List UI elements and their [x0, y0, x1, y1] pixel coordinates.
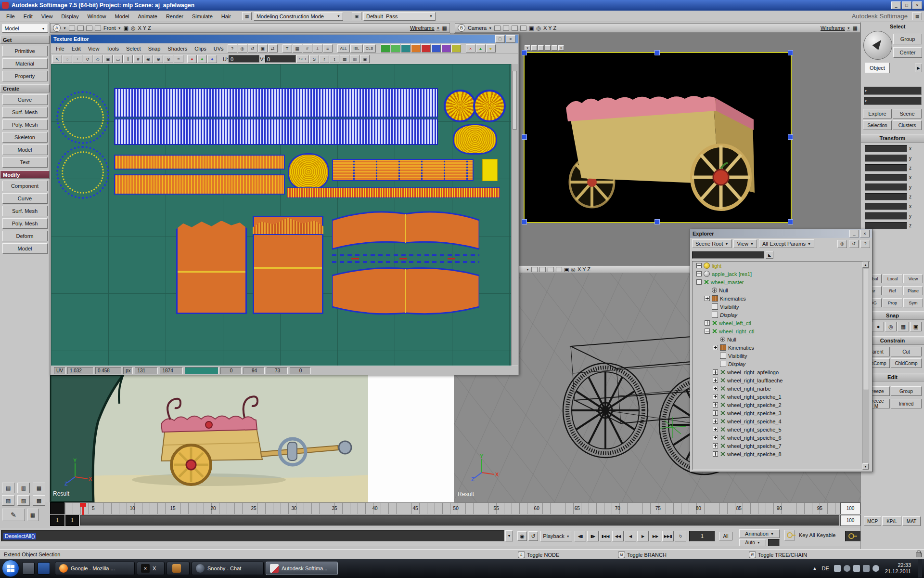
tree-item[interactable]: Null: [693, 335, 870, 343]
modify-surf-mesh-button[interactable]: Surf. Mesh: [2, 206, 48, 216]
uv-island-rail-2[interactable]: [114, 174, 285, 195]
tree-item[interactable]: Kinematics: [693, 294, 870, 302]
translate-z-field[interactable]: [865, 222, 907, 229]
te-restore-button[interactable]: □: [495, 35, 505, 43]
modify-component-button[interactable]: Component: [2, 181, 48, 191]
pixel-snap-icon[interactable]: ▥: [350, 55, 359, 63]
tree-item[interactable]: Display: [693, 311, 870, 319]
tree-item[interactable]: wheel_master: [693, 278, 870, 286]
menu-hair[interactable]: Hair: [217, 12, 235, 21]
uv-island-side-rail[interactable]: [332, 159, 474, 181]
explorer-scrollbar[interactable]: ▲ ▼: [862, 262, 870, 470]
display-icon-7[interactable]: [441, 44, 451, 53]
modify-model-button[interactable]: Model: [2, 243, 48, 254]
script-input[interactable]: DeselectAll(): [1, 530, 504, 541]
create-curve-button[interactable]: Curve: [2, 94, 48, 105]
immed-button[interactable]: Immed: [891, 399, 922, 408]
camera-icon[interactable]: ▣: [124, 25, 128, 31]
delete-uv-icon[interactable]: ×: [466, 44, 475, 53]
region-opt-icon-1[interactable]: [531, 45, 537, 51]
tree-item[interactable]: Display: [693, 360, 870, 368]
region-opt-icon-3[interactable]: [545, 45, 551, 51]
uv-island-apple-logo-2[interactable]: [288, 153, 329, 190]
layout-corner-icon[interactable]: ▦: [912, 12, 922, 20]
playback-button[interactable]: Playback▼: [540, 531, 572, 541]
tree-item[interactable]: wheel_right_speiche_6: [693, 434, 870, 442]
plane-button[interactable]: Plane: [903, 286, 923, 295]
layout-icon-1[interactable]: ▤: [2, 483, 14, 493]
display-icon-5[interactable]: [421, 44, 431, 53]
uv-island-wheel-ring-2[interactable]: [56, 146, 109, 199]
viewport-a-disp-icon-1[interactable]: [69, 26, 75, 31]
timeline-ruler[interactable]: 51015 202530 354045 505560 657075 808590…: [64, 502, 840, 514]
camera-icon[interactable]: ▣: [529, 25, 534, 31]
region-handle[interactable]: [654, 219, 660, 224]
ref-button[interactable]: Ref: [883, 286, 902, 295]
tree-item[interactable]: Visibility: [693, 352, 870, 360]
menu-render[interactable]: Render: [162, 12, 188, 21]
menu-window[interactable]: Window: [83, 12, 110, 21]
viewport-a-disp-icon-2[interactable]: [77, 26, 84, 31]
tab-mat[interactable]: MAT: [902, 516, 921, 526]
display-icon-2[interactable]: [391, 44, 400, 53]
tray-icon-1[interactable]: [834, 565, 841, 572]
create-text-button[interactable]: Text: [2, 157, 48, 168]
snap-grid-icon[interactable]: ▦: [898, 322, 909, 331]
filter-field-2[interactable]: ▼: [864, 97, 922, 105]
tree-item[interactable]: wheel_right_speiche_7: [693, 442, 870, 450]
scene-root-select[interactable]: Scene Root▼: [692, 239, 732, 248]
viewport-a-camera-select[interactable]: Front▼: [103, 25, 121, 31]
sym-button[interactable]: Sym: [903, 298, 923, 307]
tab-kpl[interactable]: KP/L: [882, 516, 901, 526]
get-material-button[interactable]: Material: [2, 58, 48, 69]
center-button[interactable]: Center: [893, 47, 922, 58]
uv-island-wheel-ring-1[interactable]: [56, 91, 109, 144]
swap-icon[interactable]: ⇄: [268, 44, 278, 53]
snap-blue-icon[interactable]: ●: [207, 55, 217, 63]
explorer-search-go-icon[interactable]: ◣: [766, 251, 773, 259]
layout-icon-5[interactable]: ▨: [17, 495, 30, 506]
uv-island-rail-1[interactable]: [114, 155, 285, 170]
move-tool-icon[interactable]: +: [73, 55, 82, 63]
camera-icon[interactable]: ▣: [564, 266, 569, 273]
pass-select[interactable]: Default_Pass▼: [363, 12, 436, 21]
region-opt-icon-4[interactable]: [552, 45, 557, 51]
rotate-z-field[interactable]: [865, 193, 907, 200]
uv-island-cart-panel-1[interactable]: [176, 220, 247, 314]
scene-button[interactable]: Scene: [893, 109, 922, 118]
layout-icon-4[interactable]: ▧: [2, 495, 14, 506]
tree-item[interactable]: light: [693, 262, 870, 270]
close-button[interactable]: ×: [912, 1, 922, 9]
create-skeleton-button[interactable]: Skeleton: [2, 132, 48, 143]
display-icon-1[interactable]: [381, 44, 390, 53]
end-frame-field[interactable]: 100: [840, 515, 860, 526]
tray-icon-3[interactable]: [853, 565, 860, 572]
snap-point-icon[interactable]: ●: [873, 322, 884, 331]
section-modify[interactable]: Modify: [0, 171, 50, 179]
memo-icon[interactable]: ▦: [853, 25, 858, 31]
record-icon[interactable]: ◉: [517, 531, 527, 541]
construction-mode-select[interactable]: Modeling Construction Mode▼: [254, 12, 343, 21]
uv-canvas[interactable]: [51, 64, 518, 366]
explorer-minimize-button[interactable]: _: [849, 230, 859, 237]
explorer-search-input[interactable]: [692, 251, 764, 259]
uv-grid-icon[interactable]: #: [303, 44, 312, 53]
select-island-button[interactable]: ISL: [350, 44, 363, 53]
tree-item[interactable]: wheel_right_speiche_1: [693, 393, 870, 401]
te-menu-shaders[interactable]: Shaders: [164, 44, 191, 53]
disp-icon-1[interactable]: [531, 267, 538, 272]
scrollbar-thumb[interactable]: [513, 71, 517, 130]
lock-icon[interactable]: ◎: [238, 44, 247, 53]
disp-icon-3[interactable]: [548, 267, 554, 272]
disp-icon-4[interactable]: [556, 267, 562, 272]
viewport-a-shading-select[interactable]: Wireframe▼: [410, 25, 440, 31]
snap-curve-icon[interactable]: ◎: [885, 322, 897, 331]
animation-button[interactable]: Animation▼: [739, 529, 780, 538]
scrollbar-thumb[interactable]: [863, 269, 869, 390]
object-button[interactable]: Object: [865, 63, 890, 73]
toolset-select[interactable]: Model▼: [2, 24, 48, 33]
tree-item[interactable]: wheel_right_speiche_4: [693, 417, 870, 425]
transform-tool-icon[interactable]: ▣: [103, 55, 113, 63]
create-surf-mesh-button[interactable]: Surf. Mesh: [2, 107, 48, 118]
scale-x-field[interactable]: [865, 145, 907, 152]
